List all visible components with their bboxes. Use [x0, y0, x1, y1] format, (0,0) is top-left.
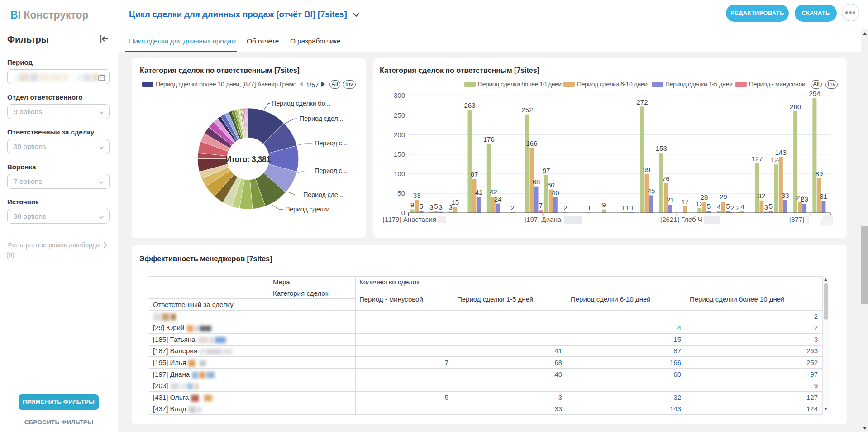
svg-text:41: 41 [475, 188, 483, 196]
svg-text:1: 1 [630, 204, 634, 211]
svg-text:250: 250 [394, 111, 405, 119]
svg-text:17: 17 [681, 198, 689, 206]
svg-text:127: 127 [751, 155, 763, 163]
svg-text:21: 21 [667, 196, 674, 204]
svg-text:15: 15 [451, 198, 459, 206]
svg-text:4: 4 [740, 203, 744, 211]
svg-text:97: 97 [543, 167, 550, 174]
svg-text:3: 3 [764, 203, 768, 211]
svg-text:68: 68 [533, 178, 540, 186]
svg-text:263: 263 [464, 101, 475, 109]
svg-text:1: 1 [625, 204, 629, 211]
svg-text:150: 150 [394, 150, 405, 158]
svg-text:2: 2 [736, 204, 739, 211]
svg-text:33: 33 [413, 192, 421, 199]
svg-text:1: 1 [587, 204, 591, 211]
svg-text:2: 2 [511, 204, 515, 211]
svg-text:3: 3 [439, 203, 442, 211]
svg-text:87: 87 [471, 170, 478, 178]
svg-text:5: 5 [769, 202, 773, 210]
svg-text:5: 5 [726, 202, 730, 210]
svg-text:143: 143 [775, 149, 787, 156]
svg-text:2: 2 [730, 204, 734, 211]
svg-text:[197] Диана: [197] Диана [525, 216, 562, 223]
svg-text:272: 272 [636, 98, 648, 106]
svg-text:1: 1 [621, 204, 625, 211]
svg-text:76: 76 [662, 175, 670, 182]
svg-text:50: 50 [397, 189, 405, 197]
svg-text:5: 5 [420, 202, 423, 210]
svg-text:176: 176 [483, 135, 495, 143]
svg-text:252: 252 [521, 106, 533, 114]
svg-text:9: 9 [602, 201, 606, 209]
svg-text:31: 31 [820, 192, 828, 200]
svg-text:100: 100 [394, 170, 405, 178]
svg-text:7: 7 [539, 202, 543, 209]
svg-text:[2621] Глеб Ч: [2621] Глеб Ч [660, 216, 702, 223]
svg-text:300: 300 [394, 91, 405, 99]
svg-text:24: 24 [494, 195, 502, 203]
svg-text:60: 60 [547, 181, 555, 189]
svg-text:4: 4 [717, 203, 720, 211]
svg-text:23: 23 [801, 195, 808, 203]
svg-text:200: 200 [394, 131, 405, 139]
svg-text:[1179] Анастасия: [1179] Анастасия [383, 216, 436, 223]
svg-text:99: 99 [643, 166, 651, 173]
svg-text:45: 45 [648, 187, 655, 195]
svg-text:5: 5 [434, 202, 438, 210]
svg-text:[877]: [877] [789, 216, 804, 223]
svg-text:260: 260 [790, 103, 801, 110]
svg-text:294: 294 [809, 90, 820, 97]
svg-text:32: 32 [758, 192, 766, 200]
svg-text:2: 2 [563, 204, 567, 211]
svg-text:153: 153 [656, 144, 667, 152]
svg-text:40: 40 [552, 189, 559, 197]
svg-text:89: 89 [816, 170, 823, 178]
svg-text:29: 29 [720, 193, 727, 201]
svg-text:33: 33 [782, 192, 789, 199]
svg-text:42: 42 [490, 188, 497, 196]
svg-text:9: 9 [410, 201, 414, 209]
svg-text:166: 166 [526, 139, 537, 147]
svg-text:5: 5 [707, 202, 711, 210]
svg-text:3: 3 [429, 203, 433, 211]
svg-text:28: 28 [701, 193, 708, 201]
